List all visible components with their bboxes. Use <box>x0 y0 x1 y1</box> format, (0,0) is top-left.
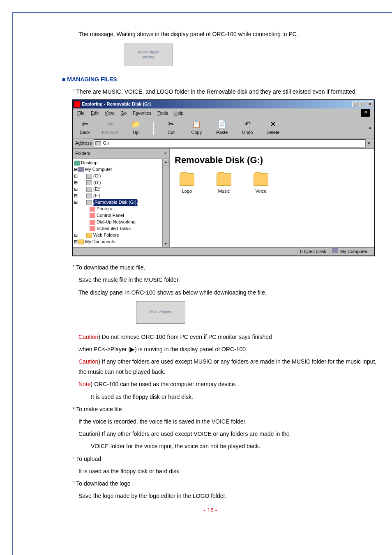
section-heading: ■ MANAGING FILES <box>62 74 379 85</box>
forward-icon: ⇨ <box>107 120 113 129</box>
window-title: Exploring - Removable Disk (G:) <box>82 100 352 108</box>
content-pane: Removable Disk (G:) Logo Music Voice <box>170 149 374 247</box>
up-button[interactable]: 📁 Up <box>127 120 144 137</box>
menu-view[interactable]: View <box>105 109 115 117</box>
folder-tree: Desktop ⊟My Computer ⊞(C:) ⊞(D:) ⊞(E:) ⊞… <box>73 159 162 247</box>
copy-button[interactable]: 📋 Copy <box>188 120 205 137</box>
tree-drive-g[interactable]: ⊞Removable Disk (G:) <box>74 199 161 206</box>
sub-3c: VOICE folder for the voice input, the vo… <box>91 441 379 451</box>
address-dropdown[interactable]: ▼ <box>366 140 372 147</box>
folders-label: Folders <box>75 150 90 158</box>
intro-text: The message, Waiting shows in the displa… <box>78 29 379 39</box>
caution-1-line2: when PC<->Player (▶) is moving in the di… <box>78 344 379 355</box>
close-pane-icon[interactable]: × <box>164 150 167 158</box>
address-label: Address <box>75 139 92 147</box>
titlebar: Exploring - Removable Disk (G:) _ □ × <box>73 100 374 108</box>
menu-tools[interactable]: Tools <box>157 109 168 117</box>
computer-icon <box>332 248 338 253</box>
windows-logo-icon: ⊞ <box>361 109 370 117</box>
folder-logo[interactable]: Logo <box>175 173 199 196</box>
forward-button[interactable]: ⇨ Forward <box>102 120 118 137</box>
scroll-up-icon[interactable]: ▲ <box>163 159 169 166</box>
panel-text-1: PC<->Player <box>138 50 159 55</box>
tree-drive-e[interactable]: ⊞(E:) <box>74 186 161 193</box>
folder-music[interactable]: Music <box>212 173 236 196</box>
tree-dialup[interactable]: Dial-Up Networking <box>74 219 161 226</box>
tree-scrollbar[interactable]: ▲ ▼ <box>162 159 169 247</box>
sub-2a: Save the music file in the MUSIC folder. <box>78 275 379 285</box>
note-sub: It is used as the floppy disk or hard di… <box>91 392 379 402</box>
tree-drive-c[interactable]: ⊞(C:) <box>74 173 161 180</box>
folder-icon <box>217 173 231 186</box>
tree-my-documents[interactable]: ⊞My Documents <box>74 239 161 245</box>
tree-printers[interactable]: Printers <box>74 206 161 212</box>
separator <box>153 122 154 135</box>
address-field[interactable]: G:\ <box>94 139 366 147</box>
status-bytes: 0 bytes (Disk <box>297 247 329 257</box>
folder-icon <box>180 173 194 186</box>
back-button[interactable]: ⇦ Back <box>76 120 93 137</box>
undo-button[interactable]: ↶ Undo <box>239 120 256 137</box>
menu-favorites[interactable]: Favorites <box>133 109 151 117</box>
tree-scheduled[interactable]: Scheduled Tasks <box>74 226 161 232</box>
close-button[interactable]: × <box>367 101 374 107</box>
tree-drive-d[interactable]: ⊞(D:) <box>74 180 161 186</box>
tree-my-computer[interactable]: ⊟My Computer <box>74 166 161 173</box>
bullet-4: ° To upload <box>72 454 379 464</box>
page-number: - 16 - <box>42 505 379 516</box>
bullet-5: ° To download the logo <box>72 479 379 489</box>
note: Note) ORC-100 can be used as the compute… <box>78 379 379 389</box>
menubar: File Edit View Go Favorites Tools Help ⊞ <box>73 108 374 118</box>
toolbar-overflow[interactable]: » <box>369 124 371 132</box>
status-location: My Computer <box>329 247 370 257</box>
back-icon: ⇦ <box>82 120 88 129</box>
maximize-button[interactable]: □ <box>360 101 366 107</box>
tree-control-panel[interactable]: Control Panel <box>74 212 161 219</box>
sub-3b: Caution) If any other folders are used e… <box>78 429 379 439</box>
address-value: G:\ <box>103 139 109 147</box>
panel-text-2: Waiting <box>138 55 159 60</box>
panel2-text: PC<->Player <box>150 310 171 315</box>
cut-icon: ✂ <box>168 120 174 129</box>
cut-button[interactable]: ✂ Cut <box>163 120 179 137</box>
menu-help[interactable]: Help <box>174 109 184 117</box>
minimize-button[interactable]: _ <box>352 101 359 107</box>
menu-go[interactable]: Go <box>120 109 127 117</box>
tree-drive-f[interactable]: ⊞(F:) <box>74 193 161 199</box>
folder-pane: Folders × Desktop ⊟My Computer ⊞(C:) ⊞(D… <box>73 149 170 247</box>
up-icon: 📁 <box>131 120 140 129</box>
scroll-down-icon[interactable]: ▼ <box>163 241 169 247</box>
statusbar: 0 bytes (Disk My Computer <box>73 247 374 256</box>
address-bar: Address G:\ ▼ <box>73 138 374 149</box>
tree-desktop[interactable]: Desktop <box>74 160 161 166</box>
sub-3a: If the voice is recorded, the voice file… <box>78 417 379 427</box>
document-page: The message, Waiting shows in the displa… <box>12 12 392 555</box>
paste-icon: 📄 <box>217 120 226 129</box>
delete-button[interactable]: ✕ Delete <box>265 120 281 137</box>
explorer-window: Exploring - Removable Disk (G:) _ □ × Fi… <box>72 99 375 257</box>
toolbar: ⇦ Back ⇨ Forward 📁 Up ✂ Cut 📋 Copy 📄 <box>73 118 374 138</box>
content-title: Removable Disk (G:) <box>175 152 369 168</box>
bullet-3: ° To make voice file <box>72 404 379 415</box>
display-panel-download: PC<->Player <box>136 301 185 324</box>
copy-icon: 📋 <box>192 120 201 129</box>
caution-2: Caution) If any other folders are used e… <box>78 357 379 377</box>
paste-button[interactable]: 📄 Paste <box>214 120 230 137</box>
drive-icon <box>95 141 101 145</box>
sub-2b: The display panel in ORC-100 shows as be… <box>78 288 379 298</box>
folder-voice[interactable]: Voice <box>249 173 273 196</box>
tree-web-folders[interactable]: ⊞Web Folders <box>74 232 161 239</box>
bullet-1: ° There are MUSIC, VOICE, and LOGO folde… <box>72 87 379 97</box>
sub-4a: It is used as the floppy disk or hard di… <box>78 466 379 477</box>
menu-edit[interactable]: Edit <box>91 109 99 117</box>
menu-file[interactable]: File <box>77 109 85 117</box>
folder-icon <box>254 173 268 186</box>
caution-1: Caution) Do not remove ORC-100 from PC e… <box>78 332 379 342</box>
bullet-2: ° To download the music file. <box>72 263 379 273</box>
explorer-icon <box>74 101 81 108</box>
display-panel-waiting: PC<->Player Waiting <box>124 44 173 66</box>
sub-5a: Save the logo made by the logo editor in… <box>78 491 379 501</box>
delete-icon: ✕ <box>270 120 276 129</box>
undo-icon: ↶ <box>244 120 251 129</box>
